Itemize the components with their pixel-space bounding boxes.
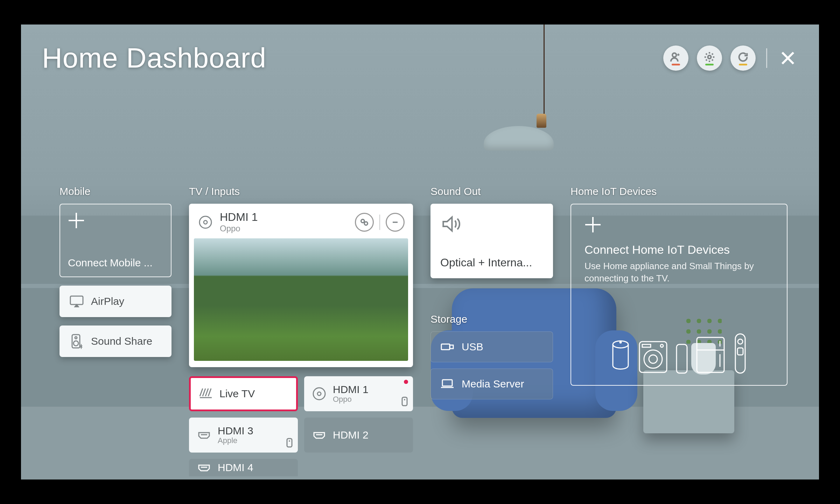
svg-point-18 [289, 440, 290, 442]
svg-point-7 [204, 220, 207, 224]
svg-point-12 [313, 388, 325, 400]
plus-icon [584, 216, 601, 233]
input-tile-hdmi2[interactable]: HDMI 2 [304, 418, 413, 453]
svg-rect-29 [642, 344, 651, 347]
user-star-icon [670, 51, 682, 63]
phone-icon [675, 343, 688, 374]
mobile-list: AirPlay Sound Share [59, 286, 172, 357]
input-name: HDMI 4 [218, 462, 253, 474]
laptop-icon [439, 376, 455, 392]
svg-rect-14 [402, 397, 407, 406]
status-bar-settings [705, 64, 714, 65]
tv-featured-card[interactable]: HDMI 1 Oppo [189, 204, 413, 367]
airplay-icon [69, 293, 85, 309]
lamp-decor [484, 126, 554, 150]
settings-button[interactable] [697, 46, 722, 71]
input-tile-hdmi3[interactable]: HDMI 3 Apple [189, 418, 298, 453]
sound-out-label: Optical + Interna... [440, 256, 543, 269]
header-actions [663, 46, 798, 71]
svg-point-37 [738, 339, 743, 344]
header: Home Dashboard [42, 42, 798, 74]
airplay-card[interactable]: AirPlay [59, 286, 172, 317]
input-name: HDMI 3 [218, 425, 253, 437]
storage-section-title: Storage [430, 313, 553, 325]
input-tile-hdmi4[interactable]: HDMI 4 [189, 459, 298, 476]
sound-out-card[interactable]: Optical + Interna... [430, 204, 553, 278]
status-bar-refresh [739, 64, 747, 65]
sound-storage-column: Sound Out Optical + Interna... Storage [430, 186, 553, 479]
lamp-decor [537, 114, 546, 128]
disc-icon [311, 386, 327, 402]
input-sub: Apple [218, 436, 253, 445]
iot-column: Home IoT Devices Connect Home IoT Device… [570, 186, 788, 479]
iot-subtext: Use Home appliance and Small Things by c… [584, 260, 774, 285]
input-name: Live TV [219, 388, 255, 400]
svg-point-0 [672, 53, 676, 57]
input-tile-live-tv[interactable]: Live TV [189, 376, 298, 411]
speaker-out-icon [440, 213, 463, 235]
sound-share-card[interactable]: Sound Share [59, 326, 172, 357]
storage-label: Media Server [462, 378, 524, 390]
svg-rect-21 [441, 344, 450, 350]
svg-rect-23 [442, 380, 452, 386]
tv-inputs-column: TV / Inputs HDMI 1 Oppo [189, 186, 413, 479]
universal-control-button[interactable] [355, 213, 374, 232]
input-preview [194, 238, 408, 361]
storage-label: USB [462, 341, 483, 353]
home-dashboard-screen: Home Dashboard Mobile [21, 24, 819, 479]
storage-media-server-card[interactable]: Media Server [430, 369, 553, 399]
input-tile-hdmi1[interactable]: HDMI 1 Oppo [304, 376, 413, 411]
remote-icon [286, 438, 293, 449]
gear-icon [704, 51, 715, 63]
hdmi-icon [196, 427, 212, 443]
iot-headline: Connect Home IoT Devices [584, 243, 774, 257]
svg-point-30 [660, 344, 663, 347]
mobile-section-title: Mobile [59, 186, 172, 197]
hdmi-icon [196, 460, 212, 476]
iot-device-icons [584, 332, 774, 374]
account-button[interactable] [663, 46, 688, 71]
inputs-grid: Live TV HDMI 1 Oppo [189, 376, 413, 453]
svg-point-5 [75, 337, 77, 339]
connect-mobile-label: Connect Mobile ... [68, 257, 163, 269]
svg-rect-22 [450, 345, 453, 349]
svg-point-13 [317, 392, 321, 396]
remote-icon [733, 332, 748, 374]
input-sub: Oppo [333, 395, 369, 404]
iot-connect-card[interactable]: Connect Home IoT Devices Use Home applia… [570, 204, 788, 386]
svg-point-8 [361, 219, 364, 222]
featured-input-sub: Oppo [220, 224, 258, 233]
svg-point-15 [404, 399, 405, 400]
svg-point-28 [649, 355, 657, 363]
refresh-button[interactable] [730, 46, 756, 71]
plus-icon [68, 212, 85, 229]
storage-list: USB Media Server [430, 331, 553, 399]
storage-usb-card[interactable]: USB [430, 331, 553, 362]
sound-section-title: Sound Out [430, 186, 553, 197]
minus-icon [390, 217, 400, 227]
remove-input-button[interactable] [386, 213, 405, 232]
smart-speaker-icon [610, 340, 631, 374]
connect-mobile-card[interactable]: Connect Mobile ... [59, 204, 172, 277]
iot-section-title: Home IoT Devices [570, 186, 788, 197]
svg-point-25 [620, 342, 621, 343]
svg-point-1 [708, 55, 711, 58]
svg-rect-36 [735, 334, 745, 373]
svg-point-9 [364, 222, 368, 225]
antenna-icon [198, 386, 214, 402]
svg-rect-2 [70, 296, 83, 304]
svg-rect-31 [677, 344, 687, 373]
svg-point-4 [74, 341, 78, 346]
input-name: HDMI 2 [333, 429, 369, 441]
sound-share-label: Sound Share [91, 335, 152, 347]
tv-section-title: TV / Inputs [189, 186, 413, 197]
mobile-column: Mobile Connect Mobile ... AirPlay [59, 186, 172, 479]
hdmi-icon [311, 427, 327, 443]
svg-point-6 [200, 216, 211, 228]
featured-divider [379, 215, 380, 230]
svg-rect-17 [287, 439, 292, 447]
close-button[interactable] [778, 48, 798, 68]
usb-icon [439, 339, 455, 355]
washer-icon [637, 340, 669, 374]
link-icon [359, 217, 369, 227]
